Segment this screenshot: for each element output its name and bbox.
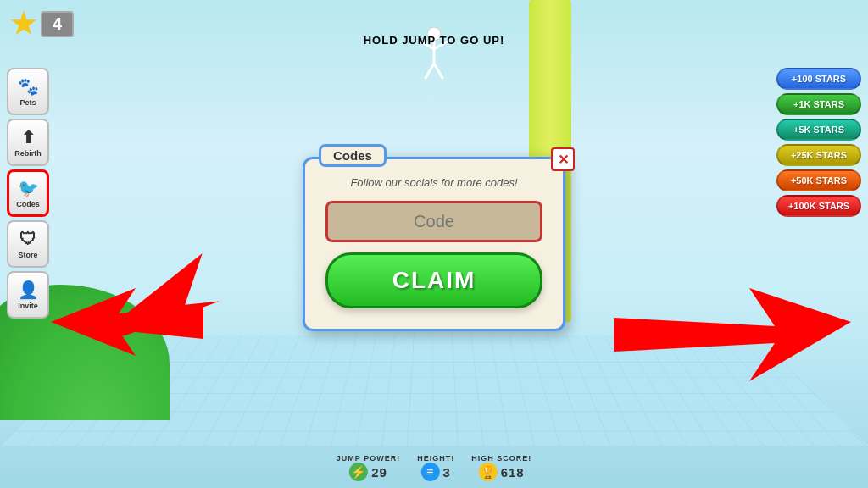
modal-title: Codes bbox=[319, 144, 387, 167]
high-score-label: HIGH SCORE! bbox=[471, 454, 531, 463]
bottom-hud: JUMP POWER! ⚡ 29 HEIGHT! ≡ 3 HIGH SCORE!… bbox=[337, 454, 531, 481]
height-label: HEIGHT! bbox=[417, 454, 454, 463]
high-score-stat: HIGH SCORE! 🏆 618 bbox=[471, 454, 531, 481]
height-icon: ≡ bbox=[420, 463, 439, 481]
trophy-icon: 🏆 bbox=[479, 463, 498, 481]
jump-power-value: 29 bbox=[371, 465, 387, 480]
jump-power-stat: JUMP POWER! ⚡ 29 bbox=[337, 454, 400, 481]
high-score-value: 618 bbox=[501, 465, 525, 480]
modal-overlay: Codes ✕ Follow our socials for more code… bbox=[0, 0, 868, 488]
height-stat: HEIGHT! ≡ 3 bbox=[417, 454, 454, 481]
claim-button[interactable]: CLAIM bbox=[326, 252, 542, 308]
code-input[interactable] bbox=[326, 201, 542, 242]
close-button[interactable]: ✕ bbox=[551, 147, 575, 171]
codes-modal: Codes ✕ Follow our socials for more code… bbox=[303, 157, 565, 331]
jump-power-label: JUMP POWER! bbox=[337, 454, 400, 463]
modal-subtitle: Follow our socials for more codes! bbox=[326, 176, 542, 189]
jump-icon: ⚡ bbox=[349, 463, 368, 481]
height-value: 3 bbox=[442, 465, 450, 480]
